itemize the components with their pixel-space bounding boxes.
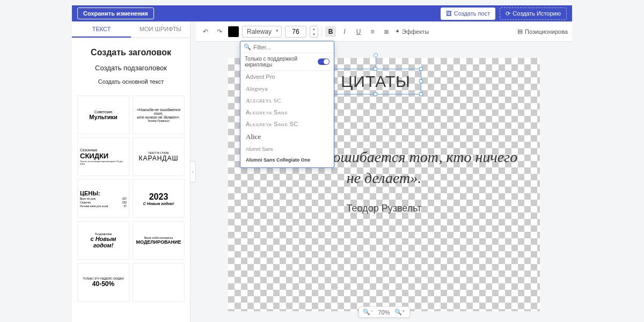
cyrillic-label: Только с поддержкой кириллицы (245, 56, 318, 68)
font-filter-row: 🔍 (240, 41, 334, 53)
zoom-in-button[interactable]: 🔍⁺ (394, 309, 405, 316)
italic-button[interactable]: I (339, 26, 350, 37)
bold-button[interactable]: B (325, 26, 336, 37)
text-color-swatch[interactable] (228, 26, 239, 37)
resize-handle[interactable] (374, 92, 377, 96)
thumb-text: Сиделка (80, 201, 91, 204)
list-button[interactable]: ≣ (381, 26, 392, 37)
font-item[interactable]: Alumni Sans (240, 144, 334, 155)
thumb-text: 40-50% (92, 280, 114, 288)
font-item[interactable]: Alumni Sans Collegiate One (240, 155, 334, 165)
font-item[interactable]: Alegreya SC (240, 94, 334, 106)
top-bar: Сохранить изменения 🖼 Создать пост ⟳ Соз… (72, 5, 572, 21)
thumb-text: Советские (94, 110, 113, 114)
resize-handle[interactable] (419, 79, 423, 83)
font-size-stepper[interactable]: ▲▼ (310, 26, 318, 38)
create-post-button[interactable]: 🖼 Создать пост (441, 8, 495, 20)
canvas-title-text[interactable]: ЦИТАТЫ (341, 72, 411, 91)
undo-button[interactable]: ↶ (200, 26, 211, 37)
font-list[interactable]: Advent Pro Alegreya Alegreya SC Alegreya… (240, 71, 334, 167)
zoom-out-button[interactable]: 🔍⁻ (363, 309, 374, 316)
rotate-line (376, 57, 376, 67)
align-button[interactable]: ≡ (367, 26, 378, 37)
font-size-input[interactable] (285, 26, 306, 38)
position-label: Позиционирова (525, 28, 568, 35)
preset-body[interactable]: Создать основной текст (77, 78, 185, 85)
thumb-text: 2023 (149, 192, 169, 202)
tab-my-fonts[interactable]: МОИ ШРИФТЫ (131, 21, 190, 38)
thumb-text: ЦЕНЫ: (80, 190, 100, 196)
font-item[interactable]: Alegreya Sans (240, 106, 334, 118)
thumb-10[interactable] (133, 263, 185, 302)
text-toolbar: ↶ ↷ Raleway ▲▼ B I U ≡ ≣ ✦Эффекты ▤Позиц… (196, 21, 572, 42)
canvas-author-text[interactable]: Теодор Рузвельт (196, 203, 572, 214)
preset-heading[interactable]: Создать заголовок (77, 48, 185, 57)
tab-text[interactable]: ТЕКСТ (72, 21, 131, 38)
font-item[interactable]: Alegreya Sans SC (240, 118, 334, 130)
resize-handle[interactable] (419, 67, 423, 71)
thumb-text: с Новым годом! (80, 236, 127, 248)
underline-button[interactable]: U (353, 26, 364, 37)
create-story-button[interactable]: ⟳ Создать Историю (500, 8, 567, 20)
effects-button[interactable]: ✦Эффекты (395, 28, 429, 35)
thumb-text: Теодор Рузвельт (148, 119, 170, 122)
thumb-text: Только на коллекции прошлогодних 15 дек … (80, 160, 127, 165)
preset-subheading[interactable]: Создать подзаголовок (77, 64, 185, 72)
thumb-text: МОДЕЛИРОВАНИЕ (136, 239, 181, 245)
chevron-down-icon[interactable]: ▼ (310, 32, 318, 37)
spinner-icon: ⟳ (506, 10, 510, 17)
thumb-8[interactable]: Ваше хобби интересноМОДЕЛИРОВАНИЕ (133, 221, 185, 260)
font-item[interactable]: Advent Pro (240, 71, 334, 83)
font-item[interactable]: Alice (240, 130, 334, 144)
create-post-label: Создать пост (454, 10, 490, 17)
thumb-text: Врач на дом (80, 197, 96, 200)
sidebar-tabs: ТЕКСТ МОИ ШРИФТЫ (72, 21, 190, 38)
rotate-handle[interactable] (374, 53, 378, 57)
thumb-text: КАРАНДАШ (139, 155, 179, 162)
thumb-text: 57 (123, 204, 127, 208)
thumb-7[interactable]: Поздравляемс Новым годом! (77, 221, 129, 260)
font-dropdown: 🔍 Только с поддержкой кириллицы Advent P… (240, 41, 334, 168)
selected-text-box[interactable]: ЦИТАТЫ (330, 69, 421, 94)
resize-handle[interactable] (419, 92, 423, 96)
editor-area: ↶ ↷ Raleway ▲▼ B I U ≡ ≣ ✦Эффекты ▤Позиц… (196, 21, 572, 322)
cyrillic-filter-row: Только с поддержкой кириллицы (240, 53, 334, 71)
left-sidebar: ТЕКСТ МОИ ШРИФТЫ Создать заголовок Созда… (72, 21, 191, 322)
search-icon: 🔍 (244, 43, 251, 50)
thumb-9[interactable]: ТОЛЬКО ЭТУ НЕДЕЛЮ СКИДКИ40-50% (77, 263, 129, 302)
font-item[interactable]: Alegreya (240, 83, 334, 94)
thumb-text: Ночная няня для сына (80, 204, 108, 208)
thumb-5[interactable]: ЦЕНЫ:Врач на дом337Сиделка232Ночная няня… (77, 179, 129, 218)
position-button[interactable]: ▤Позиционирова (517, 28, 568, 35)
thumb-3[interactable]: СезонныеСКИДКИТолько на коллекции прошло… (77, 137, 129, 176)
zoom-value: 70% (378, 309, 390, 316)
sidebar-collapse-handle[interactable]: ‹ (191, 161, 196, 182)
thumb-text: кто ничего не делает». (137, 115, 180, 119)
effects-label: Эффекты (402, 28, 429, 35)
font-item[interactable]: Alumni Sans Pinstripe (240, 165, 334, 167)
zoom-control: 🔍⁻ 70% 🔍⁺ (358, 306, 409, 318)
thumb-1[interactable]: СоветскиеМультики (77, 96, 129, 134)
thumb-text: СКИДКИ (80, 152, 108, 160)
text-presets: Создать заголовок Создать подзаголовок С… (72, 38, 190, 90)
font-filter-input[interactable] (253, 44, 331, 50)
font-family-select[interactable]: Raleway (242, 26, 282, 38)
image-icon: 🖼 (446, 10, 452, 17)
thumb-6[interactable]: 2023С Новым годом! (133, 179, 185, 218)
cyrillic-toggle[interactable] (318, 58, 330, 65)
topbar-actions: 🖼 Создать пост ⟳ Создать Историю (441, 8, 567, 20)
template-thumbs: СоветскиеМультики «Никогда не ошибается … (72, 90, 190, 307)
thumb-text: 232 (122, 201, 127, 204)
redo-button[interactable]: ↷ (214, 26, 225, 37)
effects-icon: ✦ (395, 28, 400, 35)
thumb-text: «Никогда не ошибается тот, (135, 108, 182, 115)
chevron-up-icon[interactable]: ▲ (310, 26, 318, 32)
thumb-text: Сезонные (80, 148, 97, 152)
layers-icon: ▤ (517, 28, 523, 35)
resize-handle[interactable] (374, 67, 377, 71)
thumb-4[interactable]: ТЕКСТ В СТИЛЕКАРАНДАШ (133, 137, 185, 176)
divider (321, 26, 322, 37)
save-button[interactable]: Сохранить изменения (77, 8, 154, 19)
thumb-text: 337 (122, 197, 127, 200)
thumb-2[interactable]: «Никогда не ошибается тот,кто ничего не … (133, 96, 185, 134)
